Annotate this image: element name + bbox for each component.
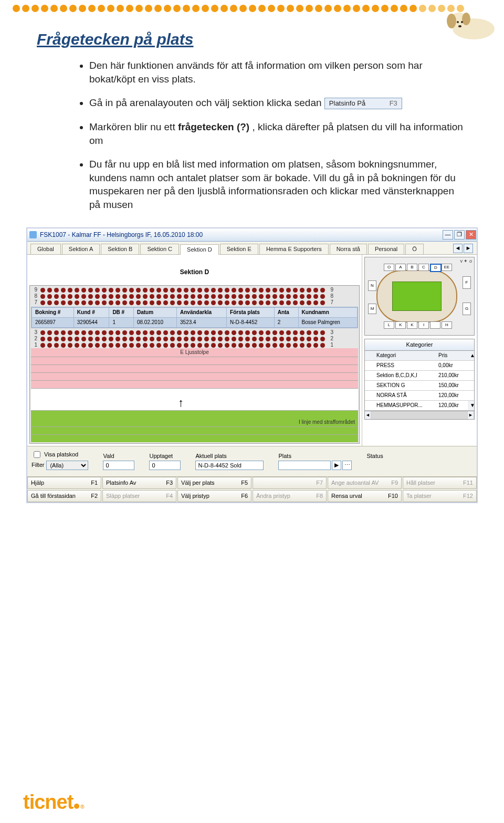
seat[interactable] xyxy=(197,300,202,305)
seat[interactable] xyxy=(266,330,270,335)
fn-f2[interactable]: Gå till förstasidanF2 xyxy=(27,490,101,502)
seat[interactable] xyxy=(286,337,291,341)
seat[interactable] xyxy=(300,294,304,299)
seat[interactable] xyxy=(150,330,154,335)
seat[interactable] xyxy=(75,288,79,293)
seat[interactable] xyxy=(143,288,148,293)
seat[interactable] xyxy=(136,343,141,348)
seat[interactable] xyxy=(163,300,168,305)
seat[interactable] xyxy=(259,343,264,348)
seat[interactable] xyxy=(225,300,229,305)
seat[interactable] xyxy=(116,337,120,341)
seat[interactable] xyxy=(95,300,100,305)
more-icon[interactable]: ⋯ xyxy=(342,461,352,470)
seat[interactable] xyxy=(238,343,243,348)
seat[interactable] xyxy=(211,300,216,305)
seat[interactable] xyxy=(61,337,66,341)
tab-ö[interactable]: Ö xyxy=(405,244,424,254)
cat-name[interactable]: Sektion B,C,D,K,I xyxy=(374,371,436,381)
seat[interactable] xyxy=(170,294,175,299)
seat[interactable] xyxy=(102,330,107,335)
stand-H[interactable]: H xyxy=(442,321,452,329)
seat[interactable] xyxy=(218,343,223,348)
seat[interactable] xyxy=(279,288,284,293)
seat[interactable] xyxy=(116,294,120,299)
seat[interactable] xyxy=(75,294,79,299)
seat[interactable] xyxy=(68,343,72,348)
seat[interactable] xyxy=(211,330,216,335)
fn-f3[interactable]: Platsinfo AvF3 xyxy=(102,477,176,489)
seat[interactable] xyxy=(245,343,250,348)
seat[interactable] xyxy=(238,330,243,335)
seat[interactable] xyxy=(81,300,86,305)
minimize-button[interactable]: — xyxy=(443,230,453,239)
seat[interactable] xyxy=(211,294,216,299)
seat[interactable] xyxy=(170,337,175,341)
seat[interactable] xyxy=(136,330,141,335)
seat[interactable] xyxy=(61,343,66,348)
seat[interactable] xyxy=(191,330,195,335)
seat[interactable] xyxy=(259,300,264,305)
cat-name[interactable]: PRESS xyxy=(374,361,436,371)
seat[interactable] xyxy=(129,300,134,305)
seat[interactable] xyxy=(129,330,134,335)
seat[interactable] xyxy=(272,294,277,299)
seat[interactable] xyxy=(204,294,209,299)
seat[interactable] xyxy=(47,300,52,305)
plats-input[interactable] xyxy=(278,461,331,470)
seat[interactable] xyxy=(88,300,93,305)
filter-select[interactable]: (Alla) xyxy=(46,461,88,470)
seat[interactable] xyxy=(170,330,175,335)
seat[interactable] xyxy=(197,330,202,335)
seat[interactable] xyxy=(307,300,311,305)
seat[interactable] xyxy=(293,288,298,293)
seat[interactable] xyxy=(320,337,325,341)
stand-C[interactable]: C xyxy=(418,264,429,271)
seat[interactable] xyxy=(40,330,45,335)
seat-info-tooltip[interactable]: Bokning #Kund #DB #DatumAnvändarklaFörst… xyxy=(31,307,358,328)
play-icon[interactable]: ▶ xyxy=(332,461,341,470)
visa-platskod-checkbox[interactable]: Visa platskod xyxy=(32,450,88,460)
seat[interactable] xyxy=(272,300,277,305)
seat[interactable] xyxy=(313,288,318,293)
seat[interactable] xyxy=(40,337,45,341)
seat[interactable] xyxy=(300,288,304,293)
seat[interactable] xyxy=(75,330,79,335)
seat[interactable] xyxy=(47,343,52,348)
seat[interactable] xyxy=(40,294,45,299)
seat[interactable] xyxy=(136,294,141,299)
seat[interactable] xyxy=(68,294,72,299)
seat[interactable] xyxy=(279,300,284,305)
seat[interactable] xyxy=(88,330,93,335)
seat[interactable] xyxy=(54,300,59,305)
seat[interactable] xyxy=(197,294,202,299)
seat[interactable] xyxy=(191,337,195,341)
tab-hemma-e-supporters[interactable]: Hemma E Supporters xyxy=(259,244,329,254)
seat[interactable] xyxy=(102,300,107,305)
seat[interactable] xyxy=(252,330,257,335)
seat[interactable] xyxy=(191,300,195,305)
seat[interactable] xyxy=(259,288,264,293)
seat[interactable] xyxy=(225,330,229,335)
tabs-scroll-left-icon[interactable]: ◄ xyxy=(453,244,463,253)
seat[interactable] xyxy=(313,294,318,299)
seat[interactable] xyxy=(54,330,59,335)
seat[interactable] xyxy=(163,343,168,348)
seat[interactable] xyxy=(81,330,86,335)
seat[interactable] xyxy=(95,294,100,299)
seat[interactable] xyxy=(266,343,270,348)
seat[interactable] xyxy=(81,294,86,299)
seat[interactable] xyxy=(320,294,325,299)
cat-name[interactable]: SEKTION G xyxy=(374,381,436,391)
seat[interactable] xyxy=(122,300,127,305)
scroll-track[interactable] xyxy=(468,371,474,381)
seat[interactable] xyxy=(95,343,100,348)
seat[interactable] xyxy=(75,343,79,348)
seat[interactable] xyxy=(102,288,107,293)
seat[interactable] xyxy=(307,337,311,341)
stand-D[interactable]: D xyxy=(430,264,442,272)
seat[interactable] xyxy=(129,343,134,348)
seat[interactable] xyxy=(129,294,134,299)
seat[interactable] xyxy=(156,330,161,335)
seat[interactable] xyxy=(286,330,291,335)
